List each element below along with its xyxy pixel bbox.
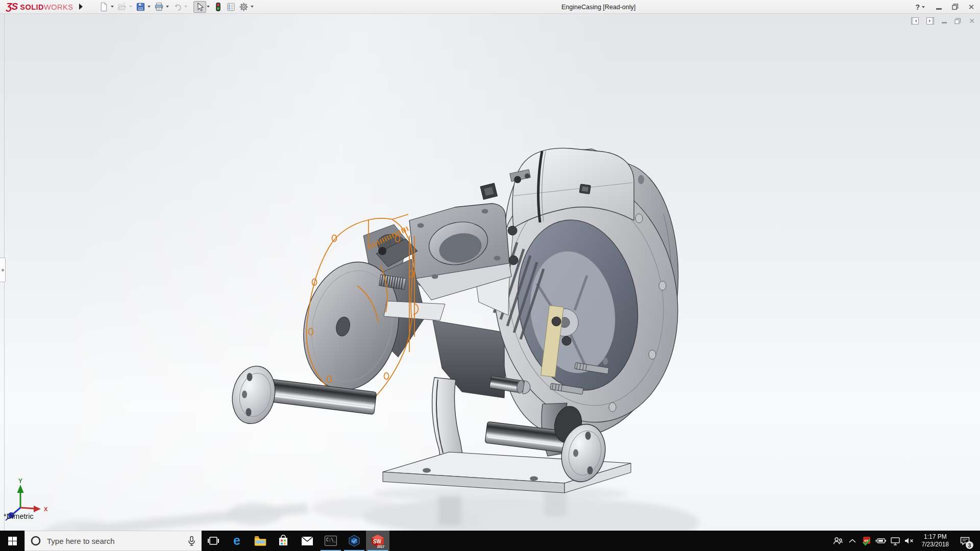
new-document-dropdown-caret[interactable]: [111, 6, 114, 8]
doc-close-button[interactable]: ✕: [969, 17, 975, 24]
windows-taskbar: Type here to search eC:\_SW2017 sw 1:17 …: [0, 531, 980, 551]
taskbar-app-solidworks-2017[interactable]: SW2017: [366, 531, 389, 551]
windows-logo-icon: [8, 537, 17, 545]
system-tray: sw 1:17 PM 7/23/2018 3: [832, 531, 980, 551]
window-controls: ? ✕: [915, 0, 976, 14]
titlebar: ƷS SOLID WORKS EngineCasing [Read-only] …: [0, 0, 980, 14]
brand-works: WORKS: [44, 3, 73, 11]
taskbar-app-file-explorer[interactable]: [249, 531, 272, 551]
solidworks-logo: ƷS SOLID WORKS: [0, 1, 73, 12]
solidworks-resource-monitor-tray-icon[interactable]: sw: [861, 531, 873, 551]
taskbar-search-input[interactable]: Type here to search: [24, 531, 202, 551]
svg-text:C:\_: C:\_: [326, 538, 336, 542]
svg-text:e: e: [233, 534, 240, 547]
people-tray-icon[interactable]: [832, 531, 844, 551]
document-window-controls: ✕: [911, 17, 975, 24]
svg-text:SW: SW: [373, 539, 382, 544]
help-dropdown-caret[interactable]: [922, 6, 925, 8]
collapse-pane-left-button[interactable]: [911, 17, 919, 24]
print-button[interactable]: [153, 1, 165, 13]
microphone-icon[interactable]: [187, 536, 196, 546]
battery-tray-icon[interactable]: [875, 531, 887, 551]
graphics-viewport[interactable]: ✕: [0, 14, 980, 531]
options-gear-button[interactable]: [237, 1, 250, 13]
file-properties-button[interactable]: [225, 1, 237, 13]
select-dropdown-caret[interactable]: [207, 6, 210, 8]
taskbar-app-mail[interactable]: [296, 531, 319, 551]
svg-text:Y: Y: [18, 478, 22, 485]
floor-reflection: [43, 486, 699, 531]
notification-badge: 3: [966, 541, 973, 549]
options-gear-dropdown-caret[interactable]: [251, 6, 254, 8]
rebuild-traffic-light-button[interactable]: [212, 1, 225, 13]
view-orientation-label: *Dimetric: [4, 512, 34, 520]
select-button[interactable]: [193, 1, 206, 13]
ds-logo-mark: ƷS: [6, 1, 17, 12]
help-button[interactable]: ?: [915, 2, 927, 13]
engine-casing-model[interactable]: Y X: [0, 14, 980, 531]
engine-casing-geometry: [227, 148, 695, 493]
taskbar-clock[interactable]: 1:17 PM 7/23/2018: [918, 533, 953, 548]
action-center-button[interactable]: 3: [955, 531, 974, 551]
search-placeholder: Type here to search: [47, 537, 115, 545]
doc-minimize-icon: [942, 22, 947, 23]
chevron-up-tray-icon[interactable]: [846, 531, 859, 551]
doc-restore-button[interactable]: [954, 18, 961, 24]
taskbar-apps: eC:\_SW2017: [202, 531, 389, 551]
minimize-icon: [936, 8, 942, 10]
close-button[interactable]: ✕: [967, 2, 976, 13]
menu-flyout-arrow-icon[interactable]: [78, 3, 83, 10]
close-icon: ✕: [968, 3, 975, 11]
doc-restore-icon: [954, 18, 961, 24]
open-document-button: [116, 1, 129, 13]
taskbar-app-command-prompt[interactable]: C:\_: [319, 531, 342, 551]
taskbar-app-hexagon-app[interactable]: [342, 531, 366, 551]
taskbar-app-microsoft-store[interactable]: [272, 531, 296, 551]
taskbar-app-task-view[interactable]: [202, 531, 225, 551]
brand-solid: SOLID: [20, 3, 44, 11]
taskbar-app-edge[interactable]: e: [225, 531, 249, 551]
restore-icon: [952, 4, 959, 10]
undo-dropdown-caret: [184, 6, 187, 8]
clock-date: 7/23/2018: [922, 541, 949, 548]
restore-button[interactable]: [950, 2, 960, 13]
open-document-dropdown-caret: [129, 6, 132, 8]
new-document-button[interactable]: [97, 1, 110, 13]
volume-muted-tray-icon[interactable]: [903, 531, 916, 551]
save-button[interactable]: [134, 1, 147, 13]
collapse-pane-right-button[interactable]: [926, 17, 934, 24]
standard-toolbar: [97, 1, 256, 13]
network-tray-icon[interactable]: [889, 531, 901, 551]
clock-time: 1:17 PM: [922, 533, 949, 541]
cortana-icon: [30, 535, 41, 546]
save-dropdown-caret[interactable]: [148, 6, 151, 8]
start-button[interactable]: [0, 531, 24, 551]
undo-button: [171, 1, 184, 13]
doc-minimize-button[interactable]: [942, 18, 947, 23]
svg-text:2017: 2017: [377, 544, 385, 548]
svg-text:X: X: [44, 506, 48, 512]
minimize-button[interactable]: [934, 2, 943, 13]
print-dropdown-caret[interactable]: [166, 6, 169, 8]
document-title: EngineCasing [Read-only]: [561, 4, 635, 11]
doc-close-icon: ✕: [969, 17, 975, 24]
